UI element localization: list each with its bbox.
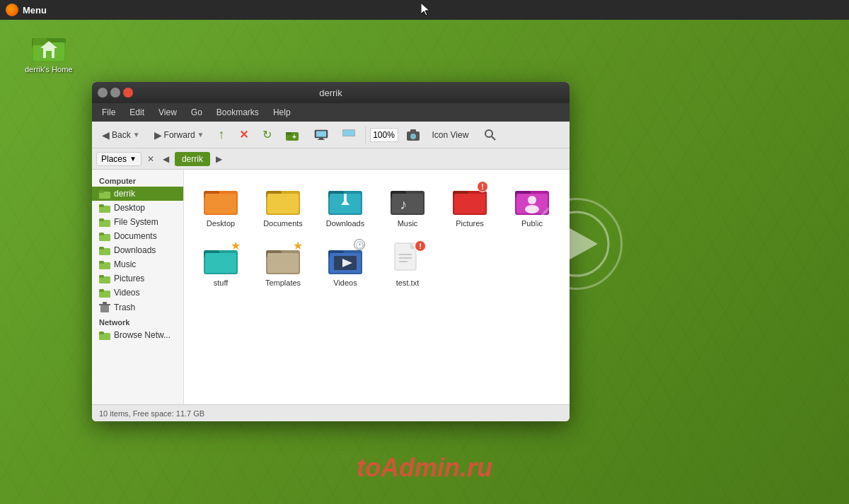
sidebar-label-videos: Videos [114,288,139,298]
svg-point-66 [525,205,539,213]
error-badge-testtxt: ! [415,240,426,252]
addr-close-button[interactable]: ✕ [144,153,157,165]
file-item-templates[interactable]: ★ Templates [255,238,311,291]
close-button[interactable] [123,88,133,98]
menu-file[interactable]: File [96,106,121,119]
sidebar-item-derrik[interactable]: derrik [92,187,183,201]
addressbar: Places ▼ ✕ ◀ derrik ▶ [92,148,570,170]
star-badge-templates: ★ [293,239,303,252]
sidebar-item-desktop[interactable]: Desktop [92,201,183,215]
places-combo[interactable]: Places ▼ [96,152,142,166]
desktop-folder-icon [204,182,238,216]
camera-icon [407,129,420,141]
search-button[interactable] [478,127,502,143]
file-label-templates: Templates [265,279,301,287]
svg-rect-49 [267,194,299,213]
stuff-folder-icon: ★ [204,242,238,276]
desktop-home-icon[interactable]: derrik's Home [25,28,73,74]
menu-edit[interactable]: Edit [124,106,150,119]
menu-bookmarks[interactable]: Bookmarks [211,106,265,119]
clock-badge-videos: 🕐 [354,239,365,250]
screenshot-button[interactable] [401,127,425,143]
file-manager-window: derrik File Edit View Go Bookmarks Help … [92,82,570,421]
svg-rect-54 [344,194,347,201]
file-item-pictures[interactable]: ! Pictures [441,178,498,232]
sidebar-item-music[interactable]: Music [92,257,183,271]
sidebar-folder-icon-documents [99,231,110,241]
svg-rect-34 [99,261,104,264]
addr-next-button[interactable]: ▶ [213,153,225,165]
svg-rect-46 [205,194,236,213]
svg-rect-28 [99,218,104,221]
menu-label: Menu [23,5,47,16]
toolbar: ◀ Back ▼ ▶ Forward ▼ ↑ ✕ ↻ + [92,122,570,148]
minimize-button[interactable] [98,88,108,98]
sidebar-item-trash[interactable]: Trash [92,300,183,315]
taskbar-menu[interactable]: Menu [6,4,47,16]
sidebar-item-pictures[interactable]: Pictures [92,271,183,286]
desktop-icon-label: derrik's Home [25,65,73,74]
main-content: Computer derrik Desktop [92,170,570,404]
file-item-music[interactable]: ♪ Music [379,178,436,232]
file-item-desktop[interactable]: Desktop [192,178,249,232]
file-item-downloads[interactable]: Downloads [317,178,374,232]
svg-rect-15 [318,139,325,140]
search-icon [484,129,497,141]
sidebar-item-downloads[interactable]: Downloads [92,243,183,257]
templates-folder-icon: ★ [266,242,300,276]
sidebar-folder-icon-filesystem [99,217,110,227]
up-arrow-icon: ↑ [219,127,225,142]
menu-help[interactable]: Help [267,106,296,119]
sidebar-folder-icon-videos [99,288,110,298]
svg-rect-30 [99,233,104,235]
back-button[interactable]: ◀ Back ▼ [96,127,146,143]
sidebar-label-desktop: Desktop [114,203,145,213]
sidebar-item-network[interactable]: Browse Netw... [92,328,183,342]
sidebar-folder-icon-desktop [99,203,110,213]
toolbar-separator [365,127,366,143]
zoom-input[interactable] [370,128,398,142]
pictures-folder-icon: ! [453,182,487,216]
maximize-button[interactable] [110,88,120,98]
file-item-stuff[interactable]: ★ stuff [192,238,249,291]
sidebar-folder-icon-downloads [99,245,110,255]
svg-rect-41 [103,302,107,304]
file-item-videos[interactable]: 🕐 Videos [317,238,374,291]
computer-icon [314,129,328,141]
ubuntu-logo [531,198,623,290]
svg-rect-10 [286,132,291,135]
addr-prev-button[interactable]: ◀ [160,153,172,165]
svg-rect-26 [99,204,104,207]
stop-icon: ✕ [239,128,248,141]
sidebar-folder-icon-derrik [99,189,110,199]
menu-view[interactable]: View [153,106,183,119]
file-item-documents[interactable]: Documents [255,178,311,232]
stop-button[interactable]: ✕ [233,126,254,143]
sidebar-label-network: Browse Netw... [114,330,171,340]
forward-label: Forward [164,130,195,140]
sidebar-label-pictures: Pictures [114,274,144,283]
menu-go[interactable]: Go [185,106,208,119]
file-label-pictures: Pictures [456,219,484,228]
svg-point-65 [528,196,536,204]
forward-button[interactable]: ▶ Forward ▼ [149,127,210,143]
music-folder-icon: ♪ [391,182,424,216]
network-button[interactable] [337,127,361,143]
places-dropdown-icon: ▼ [129,155,137,163]
svg-rect-40 [99,304,110,305]
sidebar-item-videos[interactable]: Videos [92,286,183,300]
reload-icon: ↻ [262,128,272,141]
sidebar-network-icon [99,330,110,340]
computer-button[interactable] [308,127,334,143]
reload-button[interactable]: ↻ [257,126,277,143]
sidebar-item-filesystem[interactable]: File System [92,215,183,229]
sidebar-item-documents[interactable]: Documents [92,229,183,243]
back-arrow-icon: ◀ [102,129,110,141]
file-item-testtxt[interactable]: ! test.txt [379,238,436,291]
star-badge-stuff: ★ [231,239,241,252]
svg-text:+: + [292,133,296,141]
sidebar-section-network: Network [92,315,183,328]
breadcrumb-derrik[interactable]: derrik [175,152,210,166]
up-button[interactable]: ↑ [213,125,231,144]
new-folder-button[interactable]: + [280,127,306,143]
